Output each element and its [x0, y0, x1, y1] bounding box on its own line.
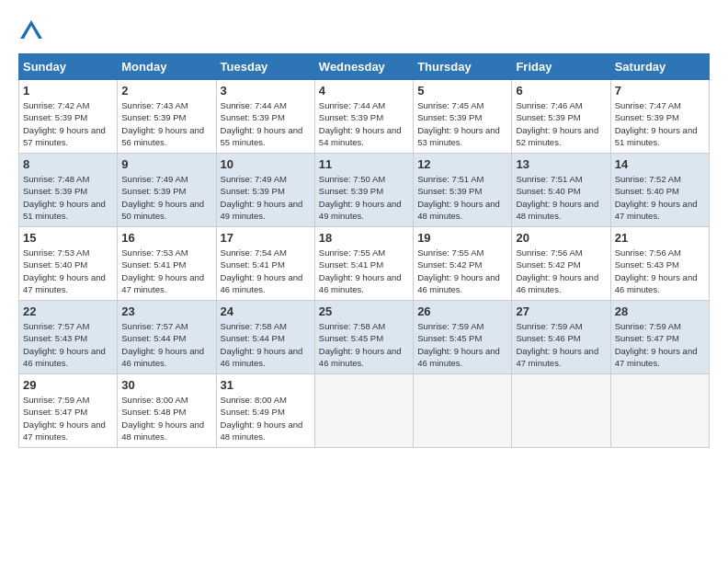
day-number: 30 [121, 378, 211, 392]
calendar-cell: 24Sunrise: 7:58 AMSunset: 5:44 PMDayligh… [216, 301, 314, 374]
day-number: 22 [23, 304, 113, 318]
day-number: 16 [121, 231, 211, 245]
week-row-1: 1Sunrise: 7:42 AMSunset: 5:39 PMDaylight… [19, 80, 710, 154]
day-info: Sunrise: 7:42 AMSunset: 5:39 PMDaylight:… [23, 100, 106, 147]
calendar-cell: 5Sunrise: 7:45 AMSunset: 5:39 PMDaylight… [414, 80, 512, 154]
calendar-cell: 7Sunrise: 7:47 AMSunset: 5:39 PMDaylight… [610, 80, 709, 154]
calendar-cell: 21Sunrise: 7:56 AMSunset: 5:43 PMDayligh… [610, 227, 709, 301]
calendar-cell [512, 374, 610, 448]
calendar-cell: 6Sunrise: 7:46 AMSunset: 5:39 PMDaylight… [512, 80, 610, 154]
day-info: Sunrise: 7:48 AMSunset: 5:39 PMDaylight:… [23, 174, 106, 221]
day-info: Sunrise: 7:49 AMSunset: 5:39 PMDaylight:… [121, 174, 204, 221]
page-header [18, 18, 710, 44]
day-number: 7 [615, 84, 705, 98]
day-number: 18 [319, 231, 409, 245]
calendar-cell: 31Sunrise: 8:00 AMSunset: 5:49 PMDayligh… [216, 374, 314, 448]
calendar-cell: 23Sunrise: 7:57 AMSunset: 5:44 PMDayligh… [118, 301, 216, 374]
day-number: 21 [615, 231, 705, 245]
day-info: Sunrise: 7:54 AMSunset: 5:41 PMDaylight:… [221, 247, 303, 294]
day-number: 13 [516, 157, 606, 171]
day-info: Sunrise: 7:47 AMSunset: 5:39 PMDaylight:… [615, 100, 698, 147]
calendar-cell: 18Sunrise: 7:55 AMSunset: 5:41 PMDayligh… [314, 227, 413, 301]
day-number: 9 [121, 157, 211, 171]
day-number: 19 [417, 231, 507, 245]
calendar-cell: 13Sunrise: 7:51 AMSunset: 5:40 PMDayligh… [512, 154, 610, 227]
day-info: Sunrise: 7:59 AMSunset: 5:46 PMDaylight:… [516, 321, 598, 368]
day-number: 23 [121, 304, 211, 318]
day-number: 28 [615, 304, 705, 318]
day-info: Sunrise: 7:44 AMSunset: 5:39 PMDaylight:… [221, 100, 303, 147]
day-number: 6 [516, 84, 606, 98]
calendar-cell: 25Sunrise: 7:58 AMSunset: 5:45 PMDayligh… [314, 301, 413, 374]
day-info: Sunrise: 7:56 AMSunset: 5:42 PMDaylight:… [516, 247, 598, 294]
calendar-cell: 30Sunrise: 8:00 AMSunset: 5:48 PMDayligh… [118, 374, 216, 448]
calendar-cell: 10Sunrise: 7:49 AMSunset: 5:39 PMDayligh… [216, 154, 314, 227]
day-number: 24 [221, 304, 311, 318]
calendar-cell [414, 374, 512, 448]
day-info: Sunrise: 7:50 AMSunset: 5:39 PMDaylight:… [319, 174, 402, 221]
day-info: Sunrise: 7:46 AMSunset: 5:39 PMDaylight:… [516, 100, 598, 147]
day-info: Sunrise: 7:44 AMSunset: 5:39 PMDaylight:… [319, 100, 402, 147]
day-number: 25 [319, 304, 409, 318]
calendar-cell: 27Sunrise: 7:59 AMSunset: 5:46 PMDayligh… [512, 301, 610, 374]
day-number: 11 [319, 157, 409, 171]
week-row-3: 15Sunrise: 7:53 AMSunset: 5:40 PMDayligh… [19, 227, 710, 301]
day-number: 27 [516, 304, 606, 318]
day-number: 2 [121, 84, 211, 98]
calendar-cell [610, 374, 709, 448]
day-info: Sunrise: 7:51 AMSunset: 5:40 PMDaylight:… [516, 174, 598, 221]
calendar-cell: 19Sunrise: 7:55 AMSunset: 5:42 PMDayligh… [414, 227, 512, 301]
day-info: Sunrise: 7:57 AMSunset: 5:44 PMDaylight:… [121, 321, 204, 368]
day-info: Sunrise: 7:57 AMSunset: 5:43 PMDaylight:… [23, 321, 106, 368]
calendar-cell: 14Sunrise: 7:52 AMSunset: 5:40 PMDayligh… [610, 154, 709, 227]
day-number: 29 [23, 378, 113, 392]
day-number: 5 [417, 84, 507, 98]
day-number: 10 [221, 157, 311, 171]
day-info: Sunrise: 7:59 AMSunset: 5:47 PMDaylight:… [615, 321, 698, 368]
column-header-saturday: Saturday [610, 54, 709, 80]
calendar-cell: 11Sunrise: 7:50 AMSunset: 5:39 PMDayligh… [314, 154, 413, 227]
calendar-cell: 15Sunrise: 7:53 AMSunset: 5:40 PMDayligh… [19, 227, 118, 301]
calendar-cell: 20Sunrise: 7:56 AMSunset: 5:42 PMDayligh… [512, 227, 610, 301]
calendar-cell: 3Sunrise: 7:44 AMSunset: 5:39 PMDaylight… [216, 80, 314, 154]
day-number: 8 [23, 157, 113, 171]
day-number: 3 [221, 84, 311, 98]
column-header-wednesday: Wednesday [314, 54, 413, 80]
column-header-friday: Friday [512, 54, 610, 80]
day-number: 20 [516, 231, 606, 245]
calendar-table: SundayMondayTuesdayWednesdayThursdayFrid… [18, 53, 710, 448]
logo [18, 18, 48, 44]
day-number: 4 [319, 84, 409, 98]
day-info: Sunrise: 7:53 AMSunset: 5:41 PMDaylight:… [121, 247, 204, 294]
day-info: Sunrise: 7:55 AMSunset: 5:41 PMDaylight:… [319, 247, 402, 294]
day-number: 31 [221, 378, 311, 392]
day-info: Sunrise: 7:49 AMSunset: 5:39 PMDaylight:… [221, 174, 303, 221]
day-info: Sunrise: 7:51 AMSunset: 5:39 PMDaylight:… [417, 174, 500, 221]
day-info: Sunrise: 8:00 AMSunset: 5:49 PMDaylight:… [221, 395, 303, 442]
week-row-2: 8Sunrise: 7:48 AMSunset: 5:39 PMDaylight… [19, 154, 710, 227]
day-info: Sunrise: 7:58 AMSunset: 5:45 PMDaylight:… [319, 321, 402, 368]
calendar-cell: 16Sunrise: 7:53 AMSunset: 5:41 PMDayligh… [118, 227, 216, 301]
day-info: Sunrise: 7:58 AMSunset: 5:44 PMDaylight:… [221, 321, 303, 368]
logo-icon [18, 18, 44, 44]
calendar-cell: 8Sunrise: 7:48 AMSunset: 5:39 PMDaylight… [19, 154, 118, 227]
column-header-sunday: Sunday [19, 54, 118, 80]
day-info: Sunrise: 7:45 AMSunset: 5:39 PMDaylight:… [417, 100, 500, 147]
calendar-cell: 1Sunrise: 7:42 AMSunset: 5:39 PMDaylight… [19, 80, 118, 154]
header-row: SundayMondayTuesdayWednesdayThursdayFrid… [19, 54, 710, 80]
day-number: 26 [417, 304, 507, 318]
day-info: Sunrise: 7:56 AMSunset: 5:43 PMDaylight:… [615, 247, 698, 294]
column-header-monday: Monday [118, 54, 216, 80]
week-row-5: 29Sunrise: 7:59 AMSunset: 5:47 PMDayligh… [19, 374, 710, 448]
day-info: Sunrise: 7:55 AMSunset: 5:42 PMDaylight:… [417, 247, 500, 294]
calendar-cell [314, 374, 413, 448]
column-header-thursday: Thursday [414, 54, 512, 80]
calendar-cell: 2Sunrise: 7:43 AMSunset: 5:39 PMDaylight… [118, 80, 216, 154]
calendar-cell: 28Sunrise: 7:59 AMSunset: 5:47 PMDayligh… [610, 301, 709, 374]
day-info: Sunrise: 7:59 AMSunset: 5:45 PMDaylight:… [417, 321, 500, 368]
day-info: Sunrise: 8:00 AMSunset: 5:48 PMDaylight:… [121, 395, 204, 442]
calendar-cell: 17Sunrise: 7:54 AMSunset: 5:41 PMDayligh… [216, 227, 314, 301]
day-info: Sunrise: 7:52 AMSunset: 5:40 PMDaylight:… [615, 174, 698, 221]
calendar-cell: 4Sunrise: 7:44 AMSunset: 5:39 PMDaylight… [314, 80, 413, 154]
day-info: Sunrise: 7:43 AMSunset: 5:39 PMDaylight:… [121, 100, 204, 147]
